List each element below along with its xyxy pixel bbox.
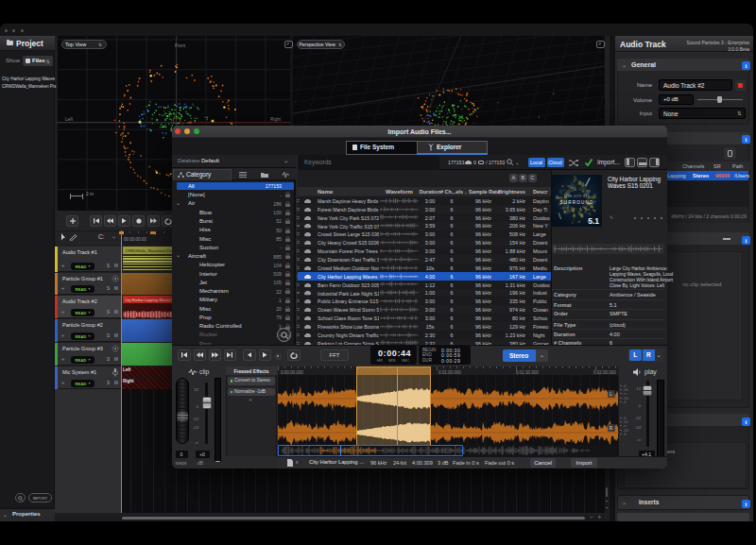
- svg-text:5.1: 5.1: [588, 216, 599, 226]
- svg-text:SURROUND: SURROUND: [559, 200, 593, 205]
- svg-text:LIVE CITY S15: LIVE CITY S15: [564, 195, 590, 198]
